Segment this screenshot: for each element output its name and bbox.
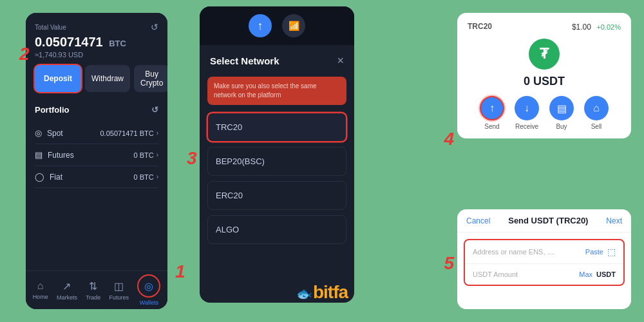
bitfa-fish-icon: 🐟 [296, 287, 312, 301]
home-icon: ⌂ [37, 280, 44, 292]
step-3: 3 [187, 148, 197, 169]
portfolio-fiat[interactable]: ◯ Fiat 0 BTC › [35, 166, 158, 188]
step-2: 2 [19, 44, 30, 64]
usdt-logo: ₮ [529, 39, 560, 70]
usdt-token-name: TRC20 [468, 22, 492, 31]
network-erc20[interactable]: ERC20 [207, 181, 346, 210]
refresh-icon[interactable]: ↺ [151, 22, 158, 32]
wallet-header: Total Value ↺ 0.05071471 BTC ≈1,740.93 U… [26, 13, 167, 105]
usd-amount: ≈1,740.93 USD [35, 51, 158, 59]
close-icon[interactable]: × [337, 54, 344, 68]
usdt-price-row: $1.00 +0.02% [572, 21, 621, 32]
usdt-card: TRC20 $1.00 +0.02% ₮ 0 USDT ↑ Send ↓ Rec… [457, 13, 631, 138]
deposit-button[interactable]: Deposit [35, 65, 81, 92]
bottom-nav: ⌂ Home ↗ Markets ⇅ Trade ◫ Futures ◎ Wal… [26, 270, 167, 309]
network-header: Select Network × [200, 45, 354, 77]
network-list: TRC20 BEP20(BSC) ERC20 ALGO [200, 113, 354, 244]
usdt-amount: 0 USDT [468, 75, 621, 88]
step-4: 4 [444, 129, 454, 149]
address-field-row: Address or name ENS, .... Paste ⬚ [465, 240, 623, 264]
amount-placeholder: USDT Amount [473, 270, 574, 278]
send-header: Cancel Send USDT (TRC20) Next [457, 209, 631, 232]
wallets-circle: ◎ [137, 274, 160, 298]
network-warning: Make sure you also select the same netwo… [207, 77, 346, 105]
send-label: Send [484, 123, 499, 130]
send-next-btn[interactable]: Next [606, 216, 622, 225]
network-upload-icon: ↑ [249, 14, 272, 37]
network-panel: ↑ 📶 Select Network × Make sure you also … [200, 6, 354, 303]
network-trc20[interactable]: TRC20 [207, 113, 346, 142]
buy-circle: ▤ [549, 96, 574, 120]
send-circle: ↑ [480, 96, 504, 120]
nav-futures[interactable]: ◫ Futures [106, 278, 133, 303]
send-fields: Address or name ENS, .... Paste ⬚ USDT A… [464, 239, 625, 286]
usdt-action-buttons: ↑ Send ↓ Receive ▤ Buy ⌂ Sell [468, 96, 621, 130]
futures-icon: ▤ [35, 150, 43, 160]
address-placeholder: Address or name ENS, .... [473, 248, 580, 256]
network-title: Select Network [210, 55, 279, 66]
portfolio-spot[interactable]: ◎ Spot 0.05071471 BTC › [35, 122, 158, 144]
portfolio-title: Portfolio ↺ [35, 105, 158, 115]
nav-trade[interactable]: ⇅ Trade [82, 278, 104, 303]
receive-circle: ↓ [515, 96, 539, 120]
buy-label: Buy [556, 123, 567, 130]
sell-label: Sell [591, 123, 602, 130]
receive-label: Receive [515, 123, 538, 130]
network-bep20[interactable]: BEP20(BSC) [207, 147, 346, 176]
sell-circle: ⌂ [584, 96, 609, 120]
network-algo[interactable]: ALGO [207, 215, 346, 244]
network-wifi-icon: 📶 [282, 14, 305, 37]
buy-crypto-button[interactable]: Buy Crypto [134, 65, 167, 92]
step-1: 1 [175, 261, 185, 282]
fiat-icon: ◯ [35, 172, 44, 182]
bitfa-logo: 🐟bitfa [296, 282, 348, 303]
wallet-actions: Deposit Withdraw Buy Crypto [35, 65, 158, 92]
sell-action-btn[interactable]: ⌂ Sell [584, 96, 609, 130]
wallet-panel: Total Value ↺ 0.05071471 BTC ≈1,740.93 U… [26, 13, 167, 309]
network-top-icons: ↑ 📶 [200, 6, 354, 45]
futures-nav-icon: ◫ [114, 280, 124, 292]
portfolio-section: Portfolio ↺ ◎ Spot 0.05071471 BTC › ▤ Fu… [26, 105, 167, 188]
usdt-top-row: TRC20 $1.00 +0.02% [468, 21, 621, 32]
step-5: 5 [444, 253, 454, 274]
nav-wallets[interactable]: ◎ Wallets [133, 272, 164, 308]
send-panel: Cancel Send USDT (TRC20) Next Address or… [457, 209, 631, 309]
usdt-price: $1.00 [572, 23, 591, 32]
token-label: USDT [596, 270, 616, 278]
scan-icon[interactable]: ⬚ [607, 247, 616, 257]
portfolio-futures[interactable]: ▤ Futures 0 BTC › [35, 144, 158, 166]
nav-markets[interactable]: ↗ Markets [53, 278, 81, 303]
usdt-logo-symbol: ₮ [540, 46, 549, 62]
paste-button[interactable]: Paste [585, 248, 603, 256]
total-value-label: Total Value ↺ [35, 22, 158, 32]
nav-home[interactable]: ⌂ Home [29, 278, 52, 303]
portfolio-icon: ↺ [151, 105, 158, 115]
amount-field-row: USDT Amount Max USDT [465, 264, 623, 285]
send-cancel-btn[interactable]: Cancel [466, 216, 490, 225]
usdt-price-change: +0.02% [596, 23, 621, 31]
send-action-btn[interactable]: ↑ Send [480, 96, 504, 130]
spot-icon: ◎ [35, 128, 42, 138]
max-button[interactable]: Max [579, 270, 592, 278]
withdraw-button[interactable]: Withdraw [85, 65, 130, 92]
markets-icon: ↗ [62, 280, 71, 292]
trade-icon: ⇅ [89, 280, 97, 292]
btc-amount: 0.05071471 BTC [35, 35, 158, 50]
wallets-icon: ◎ [144, 280, 153, 292]
receive-action-btn[interactable]: ↓ Receive [515, 96, 539, 130]
send-title: Send USDT (TRC20) [508, 216, 588, 225]
buy-action-btn[interactable]: ▤ Buy [549, 96, 574, 130]
